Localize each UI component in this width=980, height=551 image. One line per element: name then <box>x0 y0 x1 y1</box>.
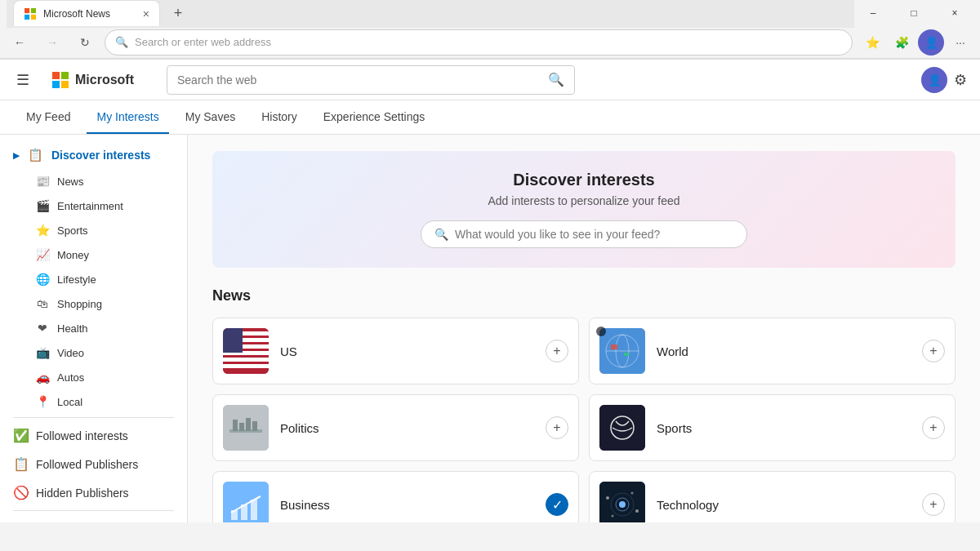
svg-rect-23 <box>252 421 257 431</box>
world-add-button[interactable]: + <box>922 340 945 362</box>
svg-rect-10 <box>223 364 269 368</box>
title-bar: Microsoft News × + – □ × <box>0 0 980 26</box>
svg-rect-0 <box>24 8 29 13</box>
minimize-button[interactable]: – <box>854 0 892 26</box>
discover-banner: Discover interests Add interests to pers… <box>212 151 956 268</box>
tab-close-btn[interactable]: × <box>143 8 149 20</box>
url-search-icon: 🔍 <box>115 36 128 48</box>
sidebar-news-label: News <box>57 176 84 188</box>
sidebar-item-shopping[interactable]: 🛍 Shopping <box>0 291 187 316</box>
sidebar-discover-label: Discover interests <box>51 149 150 162</box>
refresh-button[interactable]: ↻ <box>72 29 98 56</box>
svg-rect-21 <box>239 423 244 431</box>
sidebar-money-label: Money <box>57 249 89 261</box>
nav-my-feed[interactable]: My Feed <box>16 100 80 134</box>
sidebar-hidden-publishers-label: Hidden Publishers <box>36 487 129 500</box>
hamburger-menu[interactable]: ☰ <box>13 68 33 92</box>
interest-card-politics[interactable]: Politics + <box>212 394 579 461</box>
svg-rect-17 <box>624 353 629 356</box>
nav-my-interests[interactable]: My Interests <box>87 100 168 134</box>
interest-card-world[interactable]: World + <box>589 318 956 384</box>
address-bar-actions: ⭐ 🧩 👤 ··· <box>859 29 973 56</box>
top-search-input[interactable] <box>177 73 541 87</box>
top-nav-actions: 👤 ⚙ <box>921 67 967 93</box>
sidebar-item-local[interactable]: 📍 Local <box>0 389 187 414</box>
sidebar-discover-header[interactable]: ▶ 📋 Discover interests <box>0 141 187 169</box>
tab-title: Microsoft News <box>43 8 136 20</box>
tune-feed-label: Tune your feed <box>25 521 96 522</box>
settings-menu-button[interactable]: ··· <box>947 29 973 56</box>
entertainment-icon: 🎬 <box>36 199 49 212</box>
sidebar-followed-publishers[interactable]: 📋 Followed Publishers <box>0 450 187 478</box>
back-button[interactable]: ← <box>7 29 33 56</box>
sidebar-item-lifestyle[interactable]: 🌐 Lifestyle <box>0 267 187 291</box>
banner-subtitle: Add interests to personalize your feed <box>232 194 936 207</box>
user-profile-button[interactable]: 👤 <box>921 67 947 93</box>
sidebar-hidden-publishers[interactable]: 🚫 Hidden Publishers <box>0 478 187 507</box>
tab-favicon <box>24 7 37 20</box>
technology-add-button[interactable]: + <box>922 493 945 516</box>
sidebar-item-autos[interactable]: 🚗 Autos <box>0 365 187 389</box>
sidebar-item-news[interactable]: 📰 News <box>0 169 187 193</box>
svg-rect-1 <box>31 8 36 13</box>
sidebar-entertainment-label: Entertainment <box>57 200 123 212</box>
sports-label: Sports <box>657 421 911 435</box>
business-add-button[interactable]: ✓ <box>546 493 568 516</box>
us-add-button[interactable]: + <box>546 340 568 362</box>
news-interest-grid: US + World <box>212 318 956 522</box>
sports-add-button[interactable]: + <box>922 416 945 439</box>
svg-point-35 <box>635 509 639 513</box>
sidebar-item-money[interactable]: 📈 Money <box>0 242 187 267</box>
tune-feed-link[interactable]: ↕ Tune your feed ↗ <box>0 514 187 522</box>
ms-logo: Microsoft <box>52 72 134 88</box>
nav-history[interactable]: History <box>252 100 307 134</box>
lifestyle-icon: 🌐 <box>36 273 49 286</box>
url-bar[interactable]: 🔍 Search or enter web address <box>105 29 853 56</box>
sidebar-sports-label: Sports <box>57 224 88 237</box>
profile-button[interactable]: 👤 <box>918 29 944 56</box>
interest-card-us[interactable]: US + <box>212 318 579 384</box>
interest-card-business[interactable]: Business ✓ <box>212 471 579 522</box>
settings-icon[interactable]: ⚙ <box>954 71 967 89</box>
sidebar-video-label: Video <box>57 347 84 359</box>
money-icon: 📈 <box>36 248 49 261</box>
tab-bar: Microsoft News × + <box>7 0 854 28</box>
followed-interests-icon: ✅ <box>13 428 28 443</box>
technology-image <box>599 482 645 522</box>
interest-card-technology[interactable]: Technology + <box>589 471 956 522</box>
sidebar-item-video[interactable]: 📺 Video <box>0 340 187 365</box>
discover-search-icon: 🔍 <box>434 228 448 241</box>
sidebar-autos-label: Autos <box>57 371 84 384</box>
sidebar-followed-interests-label: Followed interests <box>36 429 128 442</box>
new-tab-button[interactable]: + <box>167 2 189 24</box>
forward-button[interactable]: → <box>39 29 65 56</box>
nav-experience-settings[interactable]: Experience Settings <box>314 100 435 134</box>
app: ☰ Microsoft 🔍 👤 ⚙ My Feed My Interests M… <box>0 60 980 522</box>
discover-search-input[interactable] <box>455 228 733 241</box>
interest-card-sports[interactable]: Sports + <box>589 394 956 461</box>
restore-button[interactable]: □ <box>895 0 933 26</box>
politics-add-button[interactable]: + <box>546 416 568 439</box>
business-label: Business <box>280 498 534 512</box>
top-search-button[interactable]: 🔍 <box>548 72 564 87</box>
svg-rect-11 <box>223 328 243 353</box>
discover-search-bar[interactable]: 🔍 <box>421 220 747 248</box>
close-button[interactable]: × <box>936 0 973 26</box>
sidebar-local-label: Local <box>57 396 82 408</box>
window-controls: – □ × <box>854 0 973 26</box>
top-search-bar[interactable]: 🔍 <box>167 65 575 95</box>
sidebar: ▶ 📋 Discover interests 📰 News 🎬 Entertai… <box>0 135 188 522</box>
svg-point-36 <box>612 515 614 518</box>
nav-my-saves[interactable]: My Saves <box>176 100 245 134</box>
sidebar-item-health[interactable]: ❤ Health <box>0 316 187 340</box>
svg-rect-24 <box>599 405 645 451</box>
sidebar-item-entertainment[interactable]: 🎬 Entertainment <box>0 193 187 218</box>
favorites-icon[interactable]: ⭐ <box>859 29 885 56</box>
extensions-icon[interactable]: 🧩 <box>889 29 915 56</box>
world-image <box>599 328 645 374</box>
sidebar-followed-interests[interactable]: ✅ Followed interests <box>0 421 187 450</box>
sidebar-divider-1 <box>13 417 174 418</box>
active-tab[interactable]: Microsoft News × <box>13 0 160 26</box>
svg-rect-3 <box>31 14 36 19</box>
sidebar-item-sports[interactable]: ⭐ Sports <box>0 218 187 242</box>
